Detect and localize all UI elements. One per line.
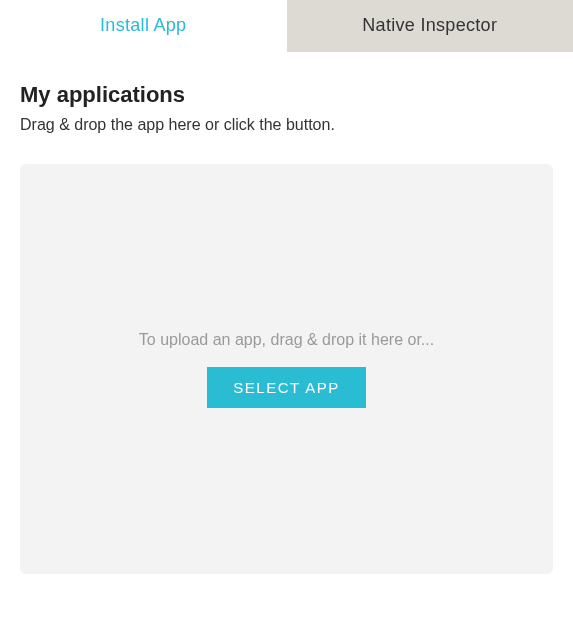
dropzone-hint: To upload an app, drag & drop it here or… (139, 331, 434, 349)
select-app-button[interactable]: SELECT APP (207, 367, 365, 408)
page-subtitle: Drag & drop the app here or click the bu… (20, 116, 553, 134)
page-title: My applications (20, 82, 553, 108)
tab-native-inspector[interactable]: Native Inspector (287, 0, 574, 52)
tab-bar: Install App Native Inspector (0, 0, 573, 52)
tab-install-app[interactable]: Install App (0, 0, 287, 52)
upload-dropzone[interactable]: To upload an app, drag & drop it here or… (20, 164, 553, 574)
content-area: My applications Drag & drop the app here… (0, 52, 573, 594)
